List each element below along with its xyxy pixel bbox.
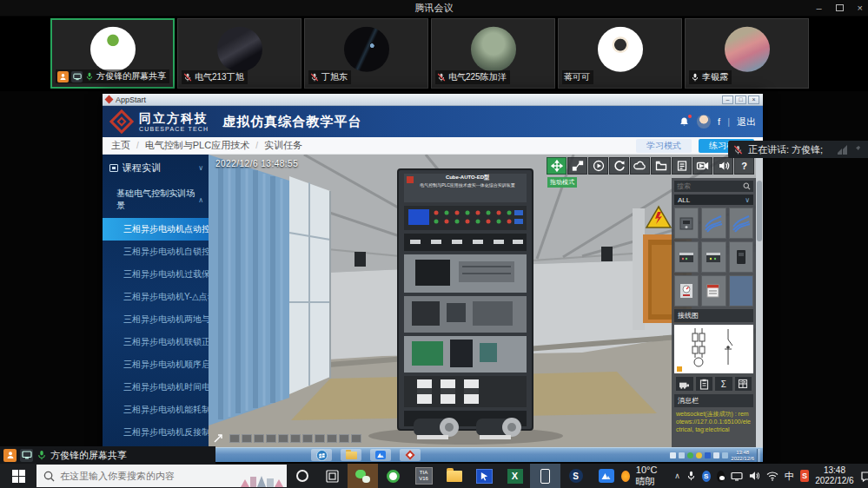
participant-tile[interactable]: 方俊锋的屏幕共享 (50, 18, 175, 89)
participant-tile[interactable]: 蒋可可 (558, 18, 682, 89)
sidebar-item[interactable]: 三相异步电动机自锁控制 (103, 241, 209, 263)
component-thumb-wires[interactable] (729, 208, 753, 239)
minibar-icon[interactable] (290, 434, 301, 443)
app-close-icon[interactable]: × (748, 96, 759, 104)
sigma-tool-button[interactable]: Σ (715, 377, 732, 391)
tray-icon[interactable] (696, 452, 702, 458)
win7-explorer-icon[interactable] (341, 449, 361, 461)
calculator-tool-button[interactable] (735, 377, 752, 391)
taskbar-search[interactable] (36, 465, 287, 487)
tray-icon[interactable] (722, 452, 728, 458)
win7-cubespace-icon[interactable] (400, 449, 421, 461)
component-thumb-wires[interactable] (701, 208, 726, 239)
sidebar-item[interactable]: 三相异步电动机反接制动 (103, 421, 209, 444)
minibar-icon[interactable] (266, 434, 276, 443)
wechat-icon[interactable] (348, 464, 378, 488)
breadcrumb-course[interactable]: 电气控制与PLC应用技术 (145, 139, 249, 152)
reset-button[interactable] (609, 157, 629, 175)
help-button[interactable]: ? (734, 157, 754, 175)
tray-icon[interactable] (670, 452, 676, 458)
app-minimize-icon[interactable]: – (722, 96, 733, 104)
minimize-icon[interactable]: – (816, 3, 821, 13)
tray-icon[interactable] (713, 452, 719, 458)
your-phone-icon[interactable] (530, 464, 560, 488)
component-cell-selected[interactable] (729, 275, 753, 307)
participant-tile[interactable]: 李银露 (685, 18, 809, 89)
sidebar-item[interactable]: 三相异步电动机顺序启动... (103, 353, 209, 376)
sogou-input-icon[interactable]: S (800, 470, 810, 482)
win7-clock[interactable]: 13:48 2022/12/6 (731, 450, 754, 461)
simulation-viewport[interactable]: Cube-AUTO-ED型 电气控制与PLC应用技术虚实一体化综合实训装置 20… (209, 155, 756, 447)
component-thumb-labels[interactable] (701, 275, 726, 307)
learn-mode-button[interactable]: 学习模式 (636, 139, 692, 153)
sidebar-item[interactable]: 三相异步电动机两地与多... (103, 308, 209, 331)
tray-display-icon[interactable] (731, 472, 743, 481)
sidebar-item[interactable]: 三相异步电动机联锁正反... (103, 331, 209, 353)
fullscreen-expand-icon[interactable] (213, 433, 223, 444)
minibar-icon[interactable] (254, 434, 264, 443)
notification-center-icon[interactable] (860, 471, 868, 482)
weather-text[interactable]: 10°C 晴朗 (636, 465, 668, 488)
component-thumb-panel[interactable] (674, 241, 699, 273)
component-search-input[interactable] (677, 182, 741, 190)
participant-tile[interactable]: 电气213丁旭 (177, 18, 301, 89)
tray-icon[interactable] (679, 452, 685, 458)
sidebar-item[interactable]: 三相异步电动机时间电路... (103, 376, 209, 399)
maximize-icon[interactable] (836, 4, 844, 11)
share-toolbar[interactable]: 方俊锋的屏幕共享 (0, 446, 215, 464)
sidebar-item[interactable]: 三相异步电动机能耗制动 (103, 399, 209, 421)
sidebar-item[interactable]: 三相异步电动机Y-△点动... (103, 286, 209, 308)
tray-mic-icon[interactable] (686, 471, 696, 481)
minibar-icon[interactable] (315, 434, 325, 443)
sogou-browser-icon[interactable]: S (560, 464, 591, 488)
wifi-icon[interactable] (766, 472, 779, 481)
ime-indicator[interactable]: 中 (785, 470, 794, 483)
folder-button[interactable] (651, 157, 671, 175)
user-avatar[interactable] (697, 115, 711, 129)
logout-button[interactable]: 退出 (737, 115, 756, 129)
win7-meeting-icon[interactable] (370, 449, 391, 461)
app-window-titlebar[interactable]: AppStart – □ × (103, 94, 763, 106)
excel-icon[interactable]: X (500, 464, 530, 488)
component-filter-dropdown[interactable]: ALL ∨ (674, 195, 753, 205)
participant-tile[interactable]: 丁旭东 (304, 18, 428, 89)
minibar-icon[interactable] (302, 434, 313, 443)
cortana-button[interactable] (287, 464, 317, 488)
close-icon[interactable]: × (858, 3, 863, 13)
app-scrollbar[interactable] (756, 155, 763, 447)
show-desktop-button[interactable] (757, 449, 760, 462)
minibar-icon[interactable] (339, 434, 349, 443)
minibar-icon[interactable] (278, 434, 288, 443)
participant-tile[interactable]: 电气225陈加洋 (431, 18, 555, 89)
minibar-icon[interactable] (351, 434, 361, 443)
equipment-tool-button[interactable] (676, 377, 693, 391)
play-button[interactable] (588, 157, 608, 175)
sidebar-item[interactable]: 三相异步电动机点动控制 (103, 218, 209, 241)
mic-on-icon[interactable] (36, 450, 47, 460)
component-thumb-device[interactable] (674, 208, 699, 239)
browser-360-icon[interactable] (378, 464, 408, 488)
volume-icon[interactable] (749, 471, 760, 481)
qq-icon[interactable] (717, 471, 725, 482)
taskbar-clock[interactable]: 13:48 2022/12/6 (815, 465, 854, 486)
wire-connect-button[interactable] (567, 157, 587, 175)
breadcrumb-home[interactable]: 主页 (111, 139, 130, 152)
weather-icon[interactable] (621, 471, 630, 482)
clipboard-tool-button[interactable] (696, 377, 713, 391)
tray-sogou-browser-icon[interactable]: S (702, 471, 711, 482)
start-button[interactable] (0, 464, 36, 488)
sidebar-root-course-training[interactable]: 课程实训 ∨ (103, 155, 209, 181)
component-thumb-meter[interactable] (674, 275, 699, 307)
win7-start-button[interactable] (311, 449, 332, 461)
screen-share-icon[interactable] (20, 449, 33, 462)
minibar-icon[interactable] (242, 434, 252, 443)
tia-portal-icon[interactable]: TIAV16 (408, 464, 439, 488)
report-button[interactable] (672, 157, 692, 175)
component-search[interactable] (674, 181, 753, 192)
tray-icon[interactable] (705, 452, 711, 458)
sound-button[interactable] (713, 157, 733, 175)
app-maximize-icon[interactable]: □ (735, 96, 746, 104)
notification-bell-icon[interactable] (679, 116, 690, 128)
breadcrumb-page[interactable]: 实训任务 (264, 139, 302, 152)
component-thumb-contactor[interactable] (729, 241, 753, 273)
